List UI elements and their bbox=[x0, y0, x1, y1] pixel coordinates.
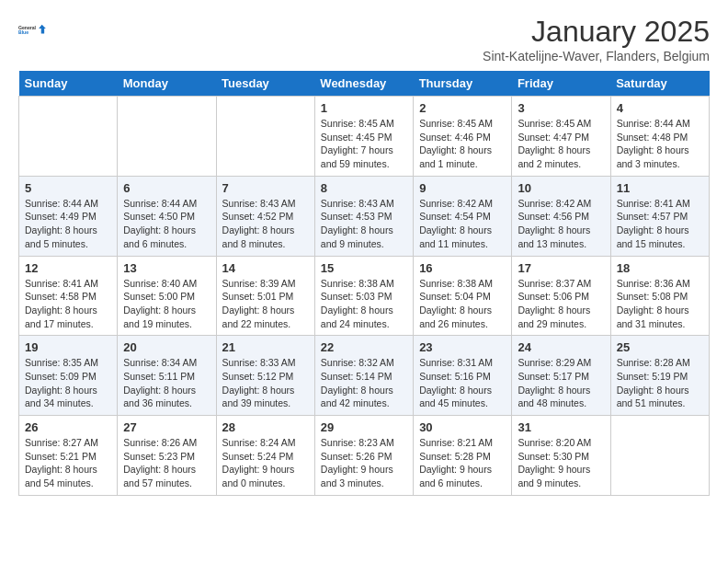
calendar-cell: 11Sunrise: 8:41 AM Sunset: 4:57 PM Dayli… bbox=[610, 176, 709, 256]
day-number: 21 bbox=[222, 340, 309, 354]
day-info: Sunrise: 8:42 AM Sunset: 4:54 PM Dayligh… bbox=[419, 198, 493, 249]
day-number: 25 bbox=[617, 340, 703, 354]
title-section: January 2025 Sint-Katelijne-Waver, Fland… bbox=[483, 15, 710, 63]
day-info: Sunrise: 8:45 AM Sunset: 4:47 PM Dayligh… bbox=[518, 118, 591, 169]
calendar-cell: 24Sunrise: 8:29 AM Sunset: 5:17 PM Dayli… bbox=[512, 336, 610, 416]
day-number: 19 bbox=[25, 340, 111, 354]
calendar-cell: 6Sunrise: 8:44 AM Sunset: 4:50 PM Daylig… bbox=[118, 176, 216, 256]
day-number: 10 bbox=[518, 181, 604, 195]
calendar-cell: 30Sunrise: 8:21 AM Sunset: 5:28 PM Dayli… bbox=[414, 416, 512, 496]
day-info: Sunrise: 8:44 AM Sunset: 4:48 PM Dayligh… bbox=[617, 118, 690, 169]
logo: GeneralBlue bbox=[18, 15, 48, 44]
day-number: 6 bbox=[123, 181, 210, 195]
calendar-cell: 8Sunrise: 8:43 AM Sunset: 4:53 PM Daylig… bbox=[314, 176, 413, 256]
day-info: Sunrise: 8:41 AM Sunset: 4:57 PM Dayligh… bbox=[617, 198, 690, 249]
day-number: 2 bbox=[419, 101, 506, 115]
day-number: 11 bbox=[617, 181, 703, 195]
week-row-3: 12Sunrise: 8:41 AM Sunset: 4:58 PM Dayli… bbox=[19, 256, 710, 336]
day-info: Sunrise: 8:29 AM Sunset: 5:17 PM Dayligh… bbox=[518, 357, 591, 408]
svg-text:General: General bbox=[18, 25, 37, 30]
day-info: Sunrise: 8:39 AM Sunset: 5:01 PM Dayligh… bbox=[222, 278, 296, 329]
day-info: Sunrise: 8:23 AM Sunset: 5:26 PM Dayligh… bbox=[321, 437, 394, 488]
day-info: Sunrise: 8:24 AM Sunset: 5:24 PM Dayligh… bbox=[222, 437, 296, 488]
day-number: 1 bbox=[321, 101, 407, 115]
day-info: Sunrise: 8:36 AM Sunset: 5:08 PM Dayligh… bbox=[617, 278, 690, 329]
day-number: 18 bbox=[617, 261, 703, 275]
svg-text:Blue: Blue bbox=[18, 29, 28, 35]
calendar-cell: 4Sunrise: 8:44 AM Sunset: 4:48 PM Daylig… bbox=[610, 97, 709, 177]
calendar-cell: 1Sunrise: 8:45 AM Sunset: 4:45 PM Daylig… bbox=[314, 97, 413, 177]
day-number: 13 bbox=[123, 261, 210, 275]
weekday-header-monday: Monday bbox=[118, 71, 216, 97]
day-info: Sunrise: 8:21 AM Sunset: 5:28 PM Dayligh… bbox=[419, 437, 493, 488]
weekday-header-sunday: Sunday bbox=[19, 71, 118, 97]
day-info: Sunrise: 8:34 AM Sunset: 5:11 PM Dayligh… bbox=[123, 357, 197, 408]
day-info: Sunrise: 8:41 AM Sunset: 4:58 PM Dayligh… bbox=[25, 278, 98, 329]
weekday-header-thursday: Thursday bbox=[414, 71, 512, 97]
calendar-cell: 3Sunrise: 8:45 AM Sunset: 4:47 PM Daylig… bbox=[512, 97, 610, 177]
weekday-header-wednesday: Wednesday bbox=[314, 71, 413, 97]
location: Sint-Katelijne-Waver, Flanders, Belgium bbox=[483, 49, 710, 63]
calendar-cell: 14Sunrise: 8:39 AM Sunset: 5:01 PM Dayli… bbox=[216, 256, 314, 336]
calendar-cell: 9Sunrise: 8:42 AM Sunset: 4:54 PM Daylig… bbox=[414, 176, 512, 256]
day-number: 12 bbox=[25, 261, 111, 275]
calendar-cell: 19Sunrise: 8:35 AM Sunset: 5:09 PM Dayli… bbox=[19, 336, 118, 416]
calendar-cell: 16Sunrise: 8:38 AM Sunset: 5:04 PM Dayli… bbox=[414, 256, 512, 336]
day-number: 28 bbox=[222, 420, 309, 434]
calendar-cell: 18Sunrise: 8:36 AM Sunset: 5:08 PM Dayli… bbox=[610, 256, 709, 336]
weekday-header-saturday: Saturday bbox=[610, 71, 709, 97]
week-row-1: 1Sunrise: 8:45 AM Sunset: 4:45 PM Daylig… bbox=[19, 97, 710, 177]
weekday-header-tuesday: Tuesday bbox=[216, 71, 314, 97]
calendar-cell bbox=[118, 97, 216, 177]
day-info: Sunrise: 8:33 AM Sunset: 5:12 PM Dayligh… bbox=[222, 357, 296, 408]
day-info: Sunrise: 8:35 AM Sunset: 5:09 PM Dayligh… bbox=[25, 357, 98, 408]
day-number: 31 bbox=[518, 420, 604, 434]
calendar-cell: 22Sunrise: 8:32 AM Sunset: 5:14 PM Dayli… bbox=[314, 336, 413, 416]
calendar-cell: 5Sunrise: 8:44 AM Sunset: 4:49 PM Daylig… bbox=[19, 176, 118, 256]
calendar-cell bbox=[19, 97, 118, 177]
week-row-2: 5Sunrise: 8:44 AM Sunset: 4:49 PM Daylig… bbox=[19, 176, 710, 256]
day-info: Sunrise: 8:28 AM Sunset: 5:19 PM Dayligh… bbox=[617, 357, 690, 408]
day-number: 7 bbox=[222, 181, 309, 195]
calendar-cell: 17Sunrise: 8:37 AM Sunset: 5:06 PM Dayli… bbox=[512, 256, 610, 336]
calendar-cell: 29Sunrise: 8:23 AM Sunset: 5:26 PM Dayli… bbox=[314, 416, 413, 496]
day-info: Sunrise: 8:43 AM Sunset: 4:53 PM Dayligh… bbox=[321, 198, 394, 249]
day-number: 26 bbox=[25, 420, 111, 434]
day-number: 14 bbox=[222, 261, 309, 275]
calendar-cell: 2Sunrise: 8:45 AM Sunset: 4:46 PM Daylig… bbox=[414, 97, 512, 177]
day-number: 4 bbox=[617, 101, 703, 115]
calendar-cell: 13Sunrise: 8:40 AM Sunset: 5:00 PM Dayli… bbox=[118, 256, 216, 336]
calendar-cell: 10Sunrise: 8:42 AM Sunset: 4:56 PM Dayli… bbox=[512, 176, 610, 256]
day-number: 27 bbox=[123, 420, 210, 434]
day-number: 20 bbox=[123, 340, 210, 354]
day-number: 3 bbox=[518, 101, 604, 115]
month-title: January 2025 bbox=[483, 15, 710, 49]
day-info: Sunrise: 8:45 AM Sunset: 4:46 PM Dayligh… bbox=[419, 118, 493, 169]
day-info: Sunrise: 8:42 AM Sunset: 4:56 PM Dayligh… bbox=[518, 198, 591, 249]
calendar-cell: 20Sunrise: 8:34 AM Sunset: 5:11 PM Dayli… bbox=[118, 336, 216, 416]
day-info: Sunrise: 8:26 AM Sunset: 5:23 PM Dayligh… bbox=[123, 437, 197, 488]
weekday-header-row: SundayMondayTuesdayWednesdayThursdayFrid… bbox=[19, 71, 710, 97]
day-info: Sunrise: 8:44 AM Sunset: 4:50 PM Dayligh… bbox=[123, 198, 197, 249]
svg-marker-2 bbox=[39, 25, 46, 34]
day-info: Sunrise: 8:40 AM Sunset: 5:00 PM Dayligh… bbox=[123, 278, 197, 329]
day-number: 15 bbox=[321, 261, 407, 275]
weekday-header-friday: Friday bbox=[512, 71, 610, 97]
day-info: Sunrise: 8:43 AM Sunset: 4:52 PM Dayligh… bbox=[222, 198, 296, 249]
header: GeneralBlue January 2025 Sint-Katelijne-… bbox=[18, 15, 710, 63]
calendar-table: SundayMondayTuesdayWednesdayThursdayFrid… bbox=[18, 71, 710, 496]
day-number: 24 bbox=[518, 340, 604, 354]
day-info: Sunrise: 8:32 AM Sunset: 5:14 PM Dayligh… bbox=[321, 357, 394, 408]
day-number: 17 bbox=[518, 261, 604, 275]
day-number: 16 bbox=[419, 261, 506, 275]
calendar-cell: 12Sunrise: 8:41 AM Sunset: 4:58 PM Dayli… bbox=[19, 256, 118, 336]
day-info: Sunrise: 8:20 AM Sunset: 5:30 PM Dayligh… bbox=[518, 437, 591, 488]
day-info: Sunrise: 8:27 AM Sunset: 5:21 PM Dayligh… bbox=[25, 437, 98, 488]
day-number: 23 bbox=[419, 340, 506, 354]
day-info: Sunrise: 8:38 AM Sunset: 5:04 PM Dayligh… bbox=[419, 278, 493, 329]
day-info: Sunrise: 8:37 AM Sunset: 5:06 PM Dayligh… bbox=[518, 278, 591, 329]
day-info: Sunrise: 8:45 AM Sunset: 4:45 PM Dayligh… bbox=[321, 118, 394, 169]
day-number: 9 bbox=[419, 181, 506, 195]
calendar-cell bbox=[610, 416, 709, 496]
day-number: 5 bbox=[25, 181, 111, 195]
